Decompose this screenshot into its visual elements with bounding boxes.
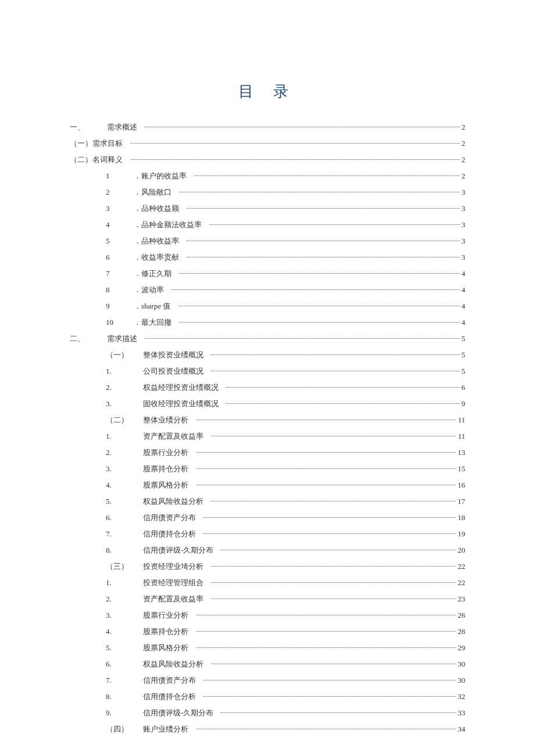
- toc-entry[interactable]: 2．风险敞口3: [70, 184, 465, 200]
- dot-leader: [194, 175, 460, 176]
- toc-page-number: 28: [458, 625, 465, 639]
- toc-entry[interactable]: 二、需求描述5: [70, 331, 465, 347]
- toc-page-number: 23: [458, 592, 465, 606]
- toc-number: 5.: [106, 641, 143, 655]
- toc-entry[interactable]: 4．品种金额法收益率3: [70, 217, 465, 233]
- toc-entry[interactable]: 3．品种收益额3: [70, 200, 465, 217]
- toc-entry[interactable]: 1.投资经理管理组合22: [70, 575, 465, 591]
- toc-page-number: 22: [458, 576, 465, 590]
- toc-number: 8.: [106, 543, 143, 557]
- toc-label: ．品种金额法收益率: [134, 218, 202, 232]
- toc-entry[interactable]: 7.信用债资产分布30: [70, 672, 465, 689]
- toc-page-number: 4: [462, 299, 466, 313]
- toc-page-number: 5: [462, 348, 466, 362]
- toc-entry[interactable]: 4.股票持仓分析28: [70, 624, 465, 640]
- toc-number: 4.: [106, 625, 143, 639]
- toc-label: ．最大回撤: [134, 316, 172, 329]
- toc-entry[interactable]: 2.权益经理投资业绩概况6: [70, 379, 465, 396]
- toc-entry[interactable]: 6．收益率贡献3: [70, 249, 465, 266]
- toc-page-number: 34: [458, 722, 465, 736]
- toc-page-number: 19: [458, 527, 465, 541]
- toc-entry[interactable]: （一）需求目标2: [70, 135, 465, 152]
- toc-entry[interactable]: （一）整体投资业绩概况5: [70, 347, 465, 363]
- dot-leader: [130, 159, 460, 160]
- dot-leader: [209, 224, 460, 225]
- toc-page-number: 2: [462, 120, 466, 134]
- toc-entry[interactable]: 4.股票风格分析16: [70, 477, 465, 493]
- toc-number: 2: [106, 185, 134, 199]
- toc-label: 投资经理业埼分析: [143, 560, 204, 574]
- toc-entry[interactable]: 8．波动率4: [70, 282, 465, 298]
- dot-leader: [196, 631, 456, 632]
- toc-number: 一、: [70, 120, 107, 134]
- toc-label: 信用债资产分布: [143, 673, 196, 687]
- toc-page-number: 3: [462, 250, 466, 264]
- toc-entry[interactable]: 1．账户的收益率2: [70, 168, 465, 184]
- toc-number: 4.: [106, 478, 143, 492]
- toc-page-number: 2: [462, 137, 466, 151]
- toc-label: 信用债持仓分析: [143, 527, 196, 541]
- dot-leader: [196, 485, 456, 485]
- toc-label: 权益风险收益分析: [143, 495, 204, 508]
- toc-entry[interactable]: 7.信用债持仓分析19: [70, 526, 465, 542]
- toc-entry[interactable]: 1.资产配置及收益率11: [70, 428, 465, 445]
- dot-leader: [196, 647, 456, 648]
- dot-leader: [179, 322, 460, 323]
- toc-page-number: 6: [462, 381, 466, 395]
- toc-label: ．收益率贡献: [134, 250, 179, 264]
- toc-number: 3.: [106, 397, 143, 411]
- toc-page-number: 3: [462, 218, 466, 232]
- dot-leader: [196, 729, 456, 729]
- toc-number: 8.: [106, 690, 143, 704]
- toc-entry[interactable]: 9．sharpe 值4: [70, 298, 465, 314]
- toc-entry[interactable]: 8.信用债评级-久期分布20: [70, 542, 465, 558]
- toc-entry[interactable]: （二）整体业绩分析11: [70, 412, 465, 428]
- toc-entry[interactable]: 6.信用债资产分布18: [70, 510, 465, 526]
- toc-entry[interactable]: 5．品种收益率3: [70, 233, 465, 249]
- toc-entry[interactable]: （四）账户业绩分析34: [70, 721, 465, 737]
- toc-entry[interactable]: 10．最大回撤4: [70, 314, 465, 331]
- toc-page-number: 22: [458, 560, 465, 574]
- toc-entry[interactable]: 3.固收经理投资业绩概况9: [70, 396, 465, 412]
- toc-page-number: 4: [462, 316, 466, 329]
- toc-label: ．sharpe 值: [134, 299, 170, 313]
- toc-entry[interactable]: 3.股票行业分析26: [70, 607, 465, 624]
- toc-label: 固收经理投资业绩概况: [143, 397, 219, 411]
- toc-label: 权益风险收益分析: [143, 657, 204, 671]
- toc-page-number: 5: [462, 332, 466, 346]
- toc-entry[interactable]: 5.权益风险收益分析17: [70, 493, 465, 510]
- toc-entry[interactable]: 2.股票行业分析13: [70, 445, 465, 461]
- toc-entry[interactable]: 1.公司投资业绩概况5: [70, 363, 465, 379]
- toc-entry[interactable]: 9.信用债评级-久期分布33: [70, 705, 465, 721]
- toc-entry[interactable]: 一、需求概述2: [70, 119, 465, 135]
- toc-entry[interactable]: 5.股票风格分析29: [70, 640, 465, 656]
- toc-entry[interactable]: 2.资产配置及收益率23: [70, 591, 465, 607]
- toc-number: 4: [106, 218, 134, 232]
- toc-label: 信用债资产分布: [143, 511, 196, 525]
- toc-number: 1.: [106, 576, 143, 590]
- toc-number: 6: [106, 250, 134, 264]
- toc-entry[interactable]: 3.股票持仓分析15: [70, 461, 465, 477]
- toc-number: 3.: [106, 462, 143, 476]
- toc-number: 8: [106, 283, 134, 297]
- toc-page-number: 2: [462, 153, 466, 167]
- toc-page-number: 4: [462, 283, 466, 297]
- dot-leader: [196, 452, 456, 453]
- toc-number: （一）: [106, 348, 143, 362]
- toc-entry[interactable]: （三）投资经理业埼分析22: [70, 558, 465, 575]
- toc-label: 信用债评级-久期分布: [143, 543, 213, 557]
- toc-entry[interactable]: 8.信用债持仓分析32: [70, 689, 465, 705]
- toc-label: 整体业绩分析: [143, 413, 188, 427]
- toc-entry[interactable]: 7．修正久期4: [70, 266, 465, 282]
- document-page: 目 录 一、需求概述2（一）需求目标2（二）名词释义21．账户的收益率22．风险…: [0, 0, 535, 756]
- toc-label: 信用债持仓分析: [143, 690, 196, 704]
- toc-number: 10: [106, 316, 134, 329]
- toc-number: 2.: [106, 381, 143, 395]
- dot-leader: [145, 338, 460, 339]
- toc-number: 3: [106, 202, 134, 216]
- toc-number: 6.: [106, 511, 143, 525]
- toc-number: 1: [106, 169, 134, 183]
- toc-entry[interactable]: 6.权益风险收益分析30: [70, 656, 465, 672]
- toc-entry[interactable]: （二）名词释义2: [70, 152, 465, 168]
- dot-leader: [145, 127, 460, 127]
